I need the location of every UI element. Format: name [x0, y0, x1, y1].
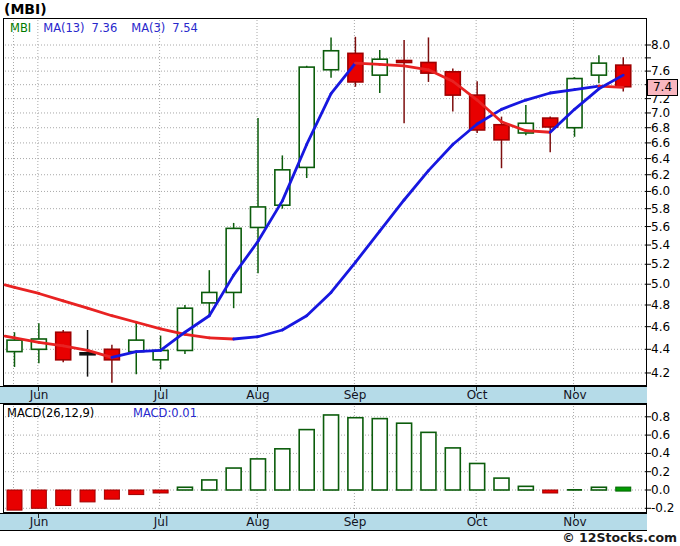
candle-up: [202, 292, 217, 302]
month-tick: [476, 514, 477, 518]
ma3-line: [5, 336, 15, 338]
macd-pane: [3, 404, 647, 513]
ma13-line: [428, 144, 452, 170]
macd-bar-negative: [153, 490, 168, 493]
macd-bar-negative: [56, 490, 71, 506]
candle-up: [299, 67, 314, 167]
legend-ma3-value: 7.54: [172, 21, 198, 35]
stock-chart-page: { "header": { "title": "(MBI)" }, "legen…: [0, 0, 680, 546]
month-tick: [160, 514, 161, 518]
month-label: Oct: [460, 387, 494, 403]
macd-bar-positive: [421, 432, 436, 490]
ma13-line: [63, 301, 87, 308]
month-tick: [257, 514, 258, 518]
macd-bar-negative: [80, 490, 95, 502]
macd-bar-current: [616, 487, 631, 491]
ma13-line: [112, 316, 136, 323]
macd-bar-zero: [567, 489, 582, 491]
month-label: Jun: [22, 514, 56, 530]
ma13-line: [355, 231, 379, 262]
candle-up: [129, 340, 144, 351]
ma13-line: [5, 285, 15, 287]
ma13-line: [136, 322, 160, 329]
candle-down: [445, 72, 460, 95]
macd-axis-label: -0.2: [651, 501, 680, 515]
month-label: Oct: [460, 514, 494, 530]
month-label: Aug: [241, 387, 275, 403]
month-tick: [38, 514, 39, 518]
legend-symbol: MBI: [10, 21, 31, 35]
ma13-line: [526, 93, 550, 100]
candle-up: [591, 63, 606, 75]
price-legend: MBIMA(13)7.36MA(3)7.54: [10, 21, 212, 35]
candle-down: [397, 61, 412, 63]
month-tick: [354, 387, 355, 391]
ma13-line: [380, 200, 404, 231]
candle-up: [7, 340, 22, 351]
macd-bar-positive: [470, 463, 485, 490]
ma3-line: [380, 64, 404, 65]
page-title: (MBI): [4, 1, 47, 17]
macd-bar-positive: [226, 468, 241, 490]
macd-bar-negative: [543, 490, 558, 493]
macd-bar-negative: [31, 490, 46, 508]
candle-up: [372, 59, 387, 75]
macd-bar-positive: [324, 415, 339, 490]
ma13-line: [15, 287, 39, 293]
month-tick: [257, 387, 258, 391]
macd-axis-label: 0.4: [651, 446, 680, 460]
macd-label: MACD(26,12,9): [7, 406, 94, 420]
month-band-bottom: JunJulAugSepOctNov: [0, 513, 647, 531]
macd-bar-positive: [372, 419, 387, 490]
month-tick: [476, 387, 477, 391]
ma13-line: [502, 100, 526, 109]
month-label: Nov: [558, 514, 592, 530]
legend-ma3-label: MA(3): [131, 21, 165, 35]
ma13-line: [234, 337, 258, 339]
ma13-line: [39, 293, 63, 300]
macd-bar-positive: [299, 430, 314, 490]
macd-bar-positive: [202, 480, 217, 490]
macd-bar-positive: [275, 449, 290, 490]
legend-ma13-value: 7.36: [92, 21, 118, 35]
month-tick: [38, 387, 39, 391]
candle-up: [251, 207, 266, 228]
ma3-line: [136, 350, 160, 351]
price-pane: [3, 18, 647, 386]
ma13-line: [258, 330, 282, 337]
month-label: Jun: [22, 387, 56, 403]
ma13-line: [88, 308, 112, 316]
ma3-line: [355, 63, 379, 64]
month-tick: [160, 387, 161, 391]
ma13-line: [331, 262, 355, 292]
macd-axis-label: 0.2: [651, 465, 680, 479]
month-label: Aug: [241, 514, 275, 530]
macd-bar-negative: [7, 490, 22, 510]
ma13-line: [307, 292, 331, 315]
ma13-line: [282, 316, 306, 330]
ma13-line: [453, 124, 477, 144]
macd-bar-positive: [518, 486, 533, 490]
candle-down: [494, 125, 509, 140]
current-price-tag: 7.4: [647, 79, 678, 96]
month-tick: [574, 387, 575, 391]
macd-bar-negative: [129, 490, 144, 495]
macd-axis-label: 0.6: [651, 428, 680, 442]
macd-bar-positive: [445, 448, 460, 490]
ma3-line: [526, 131, 550, 133]
macd-chart: [4, 405, 646, 512]
month-band-top: JunJulAugSepOctNov: [0, 386, 647, 404]
macd-bar-positive: [397, 423, 412, 490]
macd-bar-negative: [104, 490, 119, 499]
macd-value: MACD:0.01: [133, 406, 197, 420]
price-chart: [4, 19, 646, 385]
macd-axis-label: 0.8: [651, 410, 680, 424]
month-label: Sep: [338, 387, 372, 403]
macd-bar-positive: [591, 487, 606, 490]
month-label: Nov: [558, 387, 592, 403]
macd-bar-positive: [251, 459, 266, 490]
macd-axis-label: 0.0: [651, 483, 680, 497]
month-label: Jul: [144, 387, 178, 403]
month-tick: [354, 514, 355, 518]
macd-bar-positive: [494, 478, 509, 490]
